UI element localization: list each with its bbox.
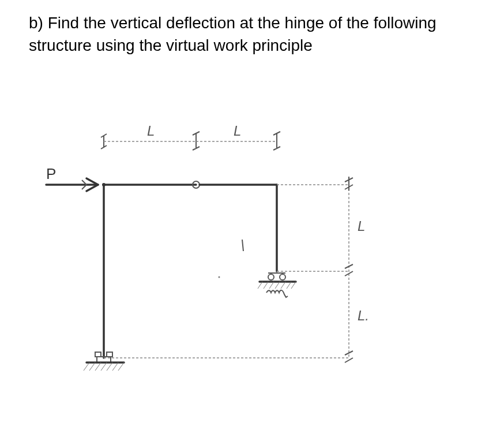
svg-point-0 [102,183,106,186]
problem-statement: b) Find the vertical deflection at the h… [29,12,479,57]
load-label: P [46,165,56,182]
pin-support-right [258,273,296,297]
load-p: P [46,165,98,191]
dim-label-top-left: L [147,123,155,139]
frame-structure [102,181,277,358]
right-dimensions: L L. [104,177,369,363]
dim-label-right-lower: L. [358,308,369,323]
structure-figure: L L P [29,104,432,393]
svg-point-2 [280,274,285,280]
dim-label-right-upper: L [358,218,365,234]
dim-label-top-right: L [234,123,241,139]
support-label-scribble [266,290,288,297]
stray-dot [219,276,220,278]
mid-mark [242,240,243,251]
top-dimension: L L [101,123,280,150]
svg-point-1 [268,274,274,280]
